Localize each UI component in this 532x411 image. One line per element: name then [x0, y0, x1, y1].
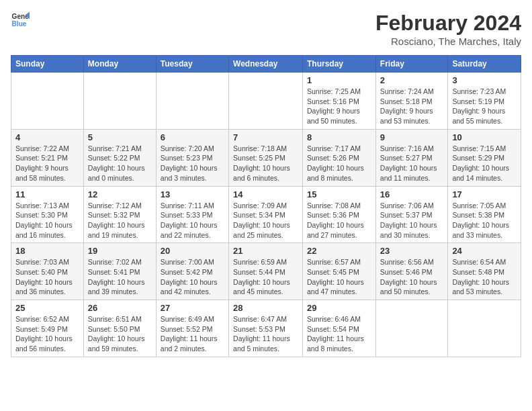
calendar-cell: 10Sunrise: 7:15 AMSunset: 5:29 PMDayligh…: [448, 129, 521, 186]
page-header: General Blue February 2024 Rosciano, The…: [11, 11, 521, 47]
day-number: 26: [88, 303, 152, 313]
location-subtitle: Rosciano, The Marches, Italy: [375, 36, 521, 47]
day-info: Sunrise: 6:51 AMSunset: 5:50 PMDaylight:…: [88, 314, 152, 354]
calendar-cell: 4Sunrise: 7:22 AMSunset: 5:21 PMDaylight…: [11, 129, 84, 186]
day-info: Sunrise: 7:03 AMSunset: 5:40 PMDaylight:…: [15, 257, 79, 297]
day-number: 20: [161, 246, 224, 256]
day-info: Sunrise: 7:12 AMSunset: 5:32 PMDaylight:…: [88, 201, 152, 240]
day-info: Sunrise: 6:46 AMSunset: 5:54 PMDaylight:…: [307, 314, 371, 354]
day-number: 13: [161, 189, 224, 199]
month-title: February 2024: [375, 11, 521, 36]
title-block: February 2024 Rosciano, The Marches, Ita…: [375, 11, 521, 47]
day-info: Sunrise: 7:05 AMSunset: 5:38 PMDaylight:…: [452, 201, 517, 240]
day-info: Sunrise: 7:15 AMSunset: 5:29 PMDaylight:…: [452, 144, 517, 183]
day-info: Sunrise: 6:54 AMSunset: 5:48 PMDaylight:…: [452, 257, 517, 297]
calendar-cell: 25Sunrise: 6:52 AMSunset: 5:49 PMDayligh…: [11, 300, 84, 357]
calendar-cell: 26Sunrise: 6:51 AMSunset: 5:50 PMDayligh…: [83, 300, 156, 357]
day-number: 27: [161, 303, 224, 313]
day-number: 9: [380, 132, 444, 142]
day-number: 1: [307, 75, 371, 85]
logo-icon: General Blue: [11, 11, 30, 30]
day-number: 15: [307, 189, 371, 199]
calendar-header-row: SundayMondayTuesdayWednesdayThursdayFrid…: [11, 56, 521, 73]
day-number: 17: [452, 189, 517, 199]
day-number: 18: [15, 246, 79, 256]
day-info: Sunrise: 7:02 AMSunset: 5:41 PMDaylight:…: [88, 257, 152, 297]
logo: General Blue: [11, 11, 30, 30]
calendar-week-row: 11Sunrise: 7:13 AMSunset: 5:30 PMDayligh…: [11, 186, 521, 243]
calendar-week-row: 4Sunrise: 7:22 AMSunset: 5:21 PMDaylight…: [11, 129, 521, 186]
calendar-cell: 17Sunrise: 7:05 AMSunset: 5:38 PMDayligh…: [448, 186, 521, 243]
calendar-cell: 7Sunrise: 7:18 AMSunset: 5:25 PMDaylight…: [229, 129, 303, 186]
day-info: Sunrise: 7:20 AMSunset: 5:23 PMDaylight:…: [161, 144, 224, 183]
calendar-week-row: 25Sunrise: 6:52 AMSunset: 5:49 PMDayligh…: [11, 300, 521, 357]
day-number: 29: [307, 303, 371, 313]
svg-text:Blue: Blue: [12, 20, 27, 28]
calendar-week-row: 18Sunrise: 7:03 AMSunset: 5:40 PMDayligh…: [11, 243, 521, 300]
day-number: 25: [15, 303, 79, 313]
calendar-cell: 19Sunrise: 7:02 AMSunset: 5:41 PMDayligh…: [83, 243, 156, 300]
day-number: 3: [452, 75, 517, 85]
day-number: 14: [233, 189, 298, 199]
calendar-table: SundayMondayTuesdayWednesdayThursdayFrid…: [11, 55, 521, 357]
day-number: 8: [307, 132, 371, 142]
calendar-cell: 9Sunrise: 7:16 AMSunset: 5:27 PMDaylight…: [375, 129, 448, 186]
column-header-tuesday: Tuesday: [156, 56, 228, 73]
calendar-cell: 12Sunrise: 7:12 AMSunset: 5:32 PMDayligh…: [83, 186, 156, 243]
calendar-cell: [448, 300, 521, 357]
calendar-cell: 21Sunrise: 6:59 AMSunset: 5:44 PMDayligh…: [229, 243, 303, 300]
day-info: Sunrise: 6:49 AMSunset: 5:52 PMDaylight:…: [161, 314, 224, 354]
day-number: 28: [233, 303, 298, 313]
calendar-cell: 15Sunrise: 7:08 AMSunset: 5:36 PMDayligh…: [303, 186, 376, 243]
day-info: Sunrise: 7:25 AMSunset: 5:16 PMDaylight:…: [307, 87, 371, 126]
day-info: Sunrise: 7:22 AMSunset: 5:21 PMDaylight:…: [15, 144, 79, 183]
day-info: Sunrise: 6:57 AMSunset: 5:45 PMDaylight:…: [307, 257, 371, 297]
calendar-cell: 22Sunrise: 6:57 AMSunset: 5:45 PMDayligh…: [303, 243, 376, 300]
day-number: 7: [233, 132, 298, 142]
calendar-cell: 1Sunrise: 7:25 AMSunset: 5:16 PMDaylight…: [303, 73, 376, 130]
day-info: Sunrise: 7:11 AMSunset: 5:33 PMDaylight:…: [161, 201, 224, 240]
day-number: 21: [233, 246, 298, 256]
calendar-body: 1Sunrise: 7:25 AMSunset: 5:16 PMDaylight…: [11, 73, 521, 357]
day-info: Sunrise: 7:00 AMSunset: 5:42 PMDaylight:…: [161, 257, 224, 297]
day-number: 4: [15, 132, 79, 142]
calendar-cell: 24Sunrise: 6:54 AMSunset: 5:48 PMDayligh…: [448, 243, 521, 300]
calendar-cell: 23Sunrise: 6:56 AMSunset: 5:46 PMDayligh…: [375, 243, 448, 300]
day-info: Sunrise: 7:16 AMSunset: 5:27 PMDaylight:…: [380, 144, 444, 183]
day-info: Sunrise: 6:52 AMSunset: 5:49 PMDaylight:…: [15, 314, 79, 354]
day-number: 16: [380, 189, 444, 199]
calendar-cell: 11Sunrise: 7:13 AMSunset: 5:30 PMDayligh…: [11, 186, 84, 243]
calendar-cell: 6Sunrise: 7:20 AMSunset: 5:23 PMDaylight…: [156, 129, 228, 186]
calendar-cell: 18Sunrise: 7:03 AMSunset: 5:40 PMDayligh…: [11, 243, 84, 300]
column-header-saturday: Saturday: [448, 56, 521, 73]
day-info: Sunrise: 6:47 AMSunset: 5:53 PMDaylight:…: [233, 314, 298, 354]
day-info: Sunrise: 7:21 AMSunset: 5:22 PMDaylight:…: [88, 144, 152, 183]
day-number: 11: [15, 189, 79, 199]
day-number: 23: [380, 246, 444, 256]
column-header-wednesday: Wednesday: [229, 56, 303, 73]
calendar-cell: 3Sunrise: 7:23 AMSunset: 5:19 PMDaylight…: [448, 73, 521, 130]
day-info: Sunrise: 7:08 AMSunset: 5:36 PMDaylight:…: [307, 201, 371, 240]
column-header-friday: Friday: [375, 56, 448, 73]
day-number: 19: [88, 246, 152, 256]
calendar-cell: 14Sunrise: 7:09 AMSunset: 5:34 PMDayligh…: [229, 186, 303, 243]
calendar-cell: 2Sunrise: 7:24 AMSunset: 5:18 PMDaylight…: [375, 73, 448, 130]
calendar-cell: 16Sunrise: 7:06 AMSunset: 5:37 PMDayligh…: [375, 186, 448, 243]
day-number: 24: [452, 246, 517, 256]
day-info: Sunrise: 6:59 AMSunset: 5:44 PMDaylight:…: [233, 257, 298, 297]
day-number: 6: [161, 132, 224, 142]
calendar-cell: 13Sunrise: 7:11 AMSunset: 5:33 PMDayligh…: [156, 186, 228, 243]
calendar-cell: [11, 73, 84, 130]
calendar-cell: 27Sunrise: 6:49 AMSunset: 5:52 PMDayligh…: [156, 300, 228, 357]
day-number: 10: [452, 132, 517, 142]
calendar-cell: 29Sunrise: 6:46 AMSunset: 5:54 PMDayligh…: [303, 300, 376, 357]
day-info: Sunrise: 7:06 AMSunset: 5:37 PMDaylight:…: [380, 201, 444, 240]
column-header-sunday: Sunday: [11, 56, 84, 73]
column-header-monday: Monday: [83, 56, 156, 73]
calendar-cell: [229, 73, 303, 130]
day-info: Sunrise: 7:18 AMSunset: 5:25 PMDaylight:…: [233, 144, 298, 183]
calendar-cell: 5Sunrise: 7:21 AMSunset: 5:22 PMDaylight…: [83, 129, 156, 186]
day-number: 5: [88, 132, 152, 142]
day-number: 2: [380, 75, 444, 85]
day-info: Sunrise: 6:56 AMSunset: 5:46 PMDaylight:…: [380, 257, 444, 297]
